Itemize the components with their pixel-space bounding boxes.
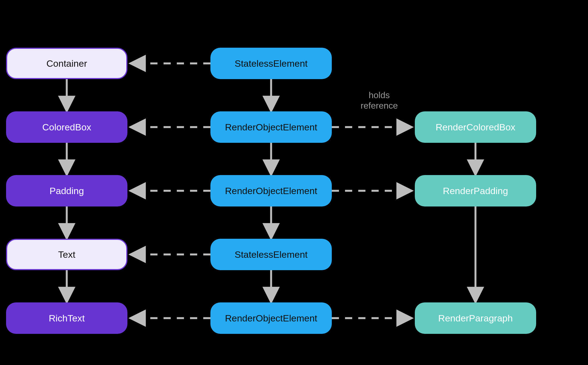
node-label: RenderObjectElement xyxy=(225,186,317,196)
node-container: Container xyxy=(6,48,127,79)
node-label: ColoredBox xyxy=(42,122,91,133)
node-stateless-element-2: StatelessElement xyxy=(210,239,332,270)
edge-label-line1: holds xyxy=(369,90,390,100)
edge-label-holds-reference: holds reference xyxy=(352,90,407,111)
node-render-coloredbox: RenderColoredBox xyxy=(415,111,536,143)
node-label: RenderPadding xyxy=(443,186,508,196)
node-label: Container xyxy=(46,58,87,69)
node-label: RenderParagraph xyxy=(438,313,513,324)
node-label: Padding xyxy=(50,186,84,196)
edge-label-line2: reference xyxy=(360,101,398,111)
node-text: Text xyxy=(6,239,127,270)
node-renderobject-element-2: RenderObjectElement xyxy=(210,175,332,206)
node-stateless-element-1: StatelessElement xyxy=(210,48,332,79)
node-render-paragraph: RenderParagraph xyxy=(415,302,536,334)
node-render-padding: RenderPadding xyxy=(415,175,536,206)
node-richtext: RichText xyxy=(6,302,127,334)
node-renderobject-element-1: RenderObjectElement xyxy=(210,111,332,143)
node-label: RichText xyxy=(49,313,85,324)
node-padding: Padding xyxy=(6,175,127,206)
node-label: StatelessElement xyxy=(235,58,308,69)
node-label: RenderColoredBox xyxy=(435,122,515,133)
node-label: RenderObjectElement xyxy=(225,122,317,133)
node-label: StatelessElement xyxy=(235,249,308,260)
node-coloredbox: ColoredBox xyxy=(6,111,127,143)
node-label: RenderObjectElement xyxy=(225,313,317,324)
diagram-canvas: Container ColoredBox Padding Text RichTe… xyxy=(0,0,588,365)
node-renderobject-element-3: RenderObjectElement xyxy=(210,302,332,334)
node-label: Text xyxy=(58,249,75,260)
